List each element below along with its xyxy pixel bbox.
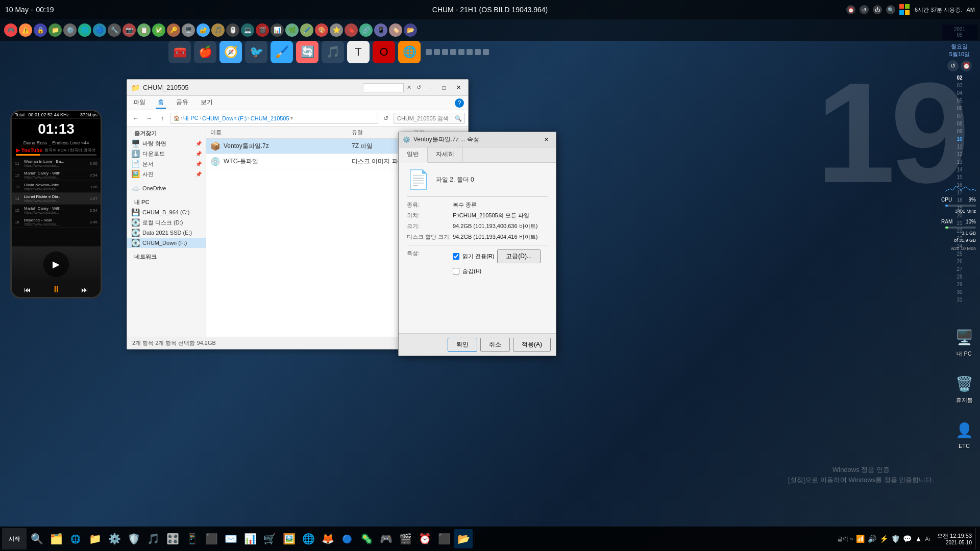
dock-icon-4[interactable]: 🐦 bbox=[245, 41, 267, 63]
explorer-tab-input[interactable] bbox=[363, 83, 404, 92]
crumb-mypc[interactable]: 내 PC bbox=[183, 114, 198, 122]
desktop-icon-recycle[interactable]: 🗑️ 휴지통 bbox=[953, 373, 975, 404]
hour-27[interactable]: 27 bbox=[942, 266, 977, 272]
hour-30[interactable]: 30 bbox=[942, 289, 977, 295]
phone-play-btn[interactable]: ⏸ bbox=[52, 284, 61, 295]
dock-icon-2[interactable]: 🍎 bbox=[194, 41, 216, 63]
hidden-checkbox[interactable] bbox=[453, 268, 459, 274]
phone-next-btn[interactable]: ⏭ bbox=[81, 286, 88, 294]
props-tab-general[interactable]: 일반 bbox=[399, 147, 428, 163]
taskbar-icon-2[interactable]: ⚠️ bbox=[19, 23, 32, 37]
dock-icon-5[interactable]: 🖌️ bbox=[271, 41, 293, 63]
tray-battery[interactable]: ⚡ bbox=[879, 535, 888, 543]
taskbar-icon-10[interactable]: 📋 bbox=[137, 23, 151, 37]
taskbar-icon-16[interactable]: 🖱️ bbox=[226, 23, 239, 37]
top-icon-2[interactable]: ↺ bbox=[860, 5, 869, 14]
taskbar-icon-18[interactable]: 🎬 bbox=[256, 23, 269, 37]
taskbar-icon-20[interactable]: 🌿 bbox=[285, 23, 299, 37]
tb-photos[interactable]: 🖼️ bbox=[280, 529, 298, 548]
playlist-item-16[interactable]: 16 Beyonce - Halo https://www.youtube...… bbox=[12, 216, 101, 228]
tb-edge[interactable]: 🌐 bbox=[299, 529, 317, 548]
playlist-item-15[interactable]: 15 Mariah Carey - With... https://www.yo… bbox=[12, 205, 101, 216]
start-button[interactable]: 시작 bbox=[2, 528, 27, 549]
taskbar-icon-24[interactable]: 🔖 bbox=[345, 23, 358, 37]
hour-26[interactable]: 26 bbox=[942, 258, 977, 265]
sidebar-item-f[interactable]: 💽 CHUM_Down (F:) bbox=[127, 238, 206, 248]
tb-virus[interactable]: 🦠 bbox=[357, 529, 376, 548]
sidebar-item-desktop[interactable]: 🖥️ 바탕 화면 📌 bbox=[127, 138, 206, 148]
dock-icon-7[interactable]: 🎵 bbox=[322, 41, 344, 63]
back-button[interactable]: ← bbox=[130, 113, 141, 124]
tb-media[interactable]: 🎵 bbox=[144, 529, 162, 548]
taskbar-icon-9[interactable]: 📷 bbox=[122, 23, 136, 37]
hour-13[interactable]: 13 bbox=[942, 159, 977, 165]
tray-up[interactable]: ▲ bbox=[915, 535, 922, 543]
search-input[interactable] bbox=[394, 113, 465, 124]
system-clock[interactable]: 오전 12:19:53 2021-05-10 bbox=[935, 532, 974, 545]
calendar-nav[interactable]: ↺ ⏰ bbox=[947, 60, 972, 71]
tb-clock[interactable]: ⏰ bbox=[415, 529, 434, 548]
taskbar-icon-13[interactable]: 🖥️ bbox=[182, 23, 195, 37]
calendar-prev[interactable]: ↺ bbox=[947, 60, 959, 71]
dock-icon-1[interactable]: 🧰 bbox=[168, 41, 191, 63]
crumb-dropdown[interactable]: ▾ bbox=[290, 115, 293, 121]
top-icon-4[interactable]: 🔍 bbox=[886, 5, 895, 14]
playlist-item-12[interactable]: 12 Mariah Carey - With... https://www.yo… bbox=[12, 169, 101, 181]
taskbar-icon-23[interactable]: ⭐ bbox=[330, 23, 343, 37]
address-bar[interactable]: 🏠 › 내 PC › CHUM_Down (F:) › CHUM_210505 … bbox=[170, 113, 378, 124]
up-button[interactable]: ↑ bbox=[157, 113, 168, 124]
playlist-item-14[interactable]: 14 Lionel Richie e Dia... https://www.yo… bbox=[12, 193, 101, 205]
tb-apps[interactable]: ⬛ bbox=[202, 529, 220, 548]
sidebar-item-c[interactable]: 💾 CHUM_B_964 (C:) bbox=[127, 207, 206, 217]
advanced-button[interactable]: 고급(D)... bbox=[497, 249, 541, 263]
dock-icon-10[interactable]: 🌐 bbox=[398, 41, 421, 63]
tb-search-btn[interactable]: 🔍 bbox=[28, 529, 46, 548]
sidebar-item-onedrive[interactable]: ☁️ OneDrive bbox=[127, 183, 206, 193]
taskbar-icon-19[interactable]: 📊 bbox=[271, 23, 284, 37]
sidebar-item-docs[interactable]: 📄 문서 📌 bbox=[127, 159, 206, 169]
taskbar-icon-26[interactable]: 📱 bbox=[374, 23, 387, 37]
props-tab-detail[interactable]: 자세히 bbox=[428, 147, 463, 162]
taskbar-icon-21[interactable]: 🖊️ bbox=[300, 23, 313, 37]
sidebar-item-d[interactable]: 💽 로컬 디스크 (D:) bbox=[127, 217, 206, 228]
tb-shield[interactable]: 🛡️ bbox=[125, 529, 143, 548]
taskbar-icon-27[interactable]: 🏷️ bbox=[389, 23, 402, 37]
top-icon-1[interactable]: ⏰ bbox=[846, 5, 855, 14]
ribbon-tab-view[interactable]: 보기 bbox=[199, 97, 215, 109]
hour-03[interactable]: 03 bbox=[942, 82, 977, 89]
tb-wmp[interactable]: 🎬 bbox=[396, 529, 414, 548]
taskbar-icon-7[interactable]: 🔵 bbox=[93, 23, 106, 37]
phone-prev-btn[interactable]: ⏮ bbox=[24, 286, 31, 294]
video-play-overlay[interactable]: ▶ bbox=[43, 252, 69, 277]
crumb-folder[interactable]: CHUM_210505 bbox=[251, 115, 289, 121]
ribbon-tab-share[interactable]: 공유 bbox=[174, 97, 190, 109]
tray-sound[interactable]: 🔊 bbox=[868, 535, 876, 543]
tb-explorer[interactable]: 📁 bbox=[86, 529, 104, 548]
apply-button[interactable]: 적용(A) bbox=[513, 338, 551, 352]
tb-task-view[interactable]: 🗂️ bbox=[47, 529, 65, 548]
tb-firefox[interactable]: 🦊 bbox=[318, 529, 337, 548]
taskbar-icon-17[interactable]: 💻 bbox=[241, 23, 254, 37]
dock-icon-9[interactable]: O bbox=[373, 41, 395, 63]
crumb-drive[interactable]: CHUM_Down (F:) bbox=[202, 115, 247, 121]
hour-11[interactable]: 11 bbox=[942, 143, 977, 150]
top-icon-3[interactable]: ⏻ bbox=[873, 5, 882, 14]
tray-shield[interactable]: 🛡️ bbox=[891, 535, 900, 543]
taskbar-icon-15[interactable]: 🎵 bbox=[211, 23, 225, 37]
tb-mail[interactable]: ✉️ bbox=[222, 529, 240, 548]
forward-button[interactable]: → bbox=[143, 113, 155, 124]
taskbar-icon-5[interactable]: ⚙️ bbox=[63, 23, 77, 37]
ribbon-tab-home[interactable]: 홈 bbox=[156, 97, 166, 109]
help-button[interactable]: ? bbox=[455, 98, 464, 108]
tb-game[interactable]: 🎮 bbox=[377, 529, 395, 548]
taskbar-icon-8[interactable]: 🔧 bbox=[108, 23, 121, 37]
taskbar-icon-6[interactable]: 🌐 bbox=[78, 23, 91, 37]
tb-store[interactable]: 🛒 bbox=[260, 529, 279, 548]
tray-network[interactable]: 📶 bbox=[856, 535, 865, 543]
hour-06[interactable]: 06 bbox=[942, 105, 977, 112]
minimize-button[interactable]: ─ bbox=[424, 82, 435, 93]
hour-07[interactable]: 07 bbox=[942, 113, 977, 119]
desktop-icon-mypc[interactable]: 🖥️ 내 PC bbox=[953, 327, 975, 358]
dock-icon-8[interactable]: T bbox=[347, 41, 370, 63]
taskbar-icon-11[interactable]: ✅ bbox=[152, 23, 165, 37]
